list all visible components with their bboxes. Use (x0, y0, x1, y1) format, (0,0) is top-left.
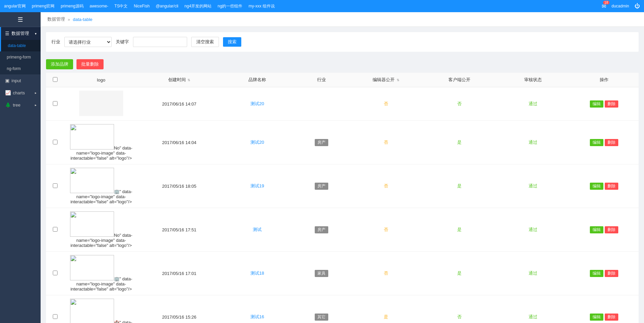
nav-link-nicefish[interactable]: NiceFish (134, 4, 150, 8)
edit-button[interactable]: 编辑 (590, 270, 603, 277)
row-checkbox-1[interactable] (53, 101, 58, 106)
delete-button[interactable]: 删除 (605, 270, 618, 277)
th-editor-public[interactable]: 编辑器公开 ⇅ (349, 73, 423, 87)
brand-link[interactable]: 测试 (253, 227, 262, 232)
th-industry: 行业 (294, 73, 349, 87)
keyword-input[interactable] (133, 37, 187, 47)
row-check-cell (46, 121, 64, 164)
delete-button[interactable]: 删除 (605, 314, 618, 321)
row-editor-public: 否 (349, 208, 423, 252)
row-industry (294, 87, 349, 121)
row-action: 编辑 删除 (570, 121, 639, 164)
th-create-time-label: 创建时间 (168, 77, 186, 82)
sidebar-toggle[interactable]: ☰ (0, 12, 41, 27)
nav-link-ts[interactable]: TS中文 (114, 3, 128, 9)
search-button[interactable]: 搜索 (223, 37, 241, 47)
action-bar: 添加品牌 批量删除 (46, 56, 639, 73)
row-industry: 房产 (294, 121, 349, 164)
chevron-right-icon-charts: ▸ (35, 91, 37, 95)
row-audit-status: 通过 (496, 295, 570, 323)
row-audit-status: 通过 (496, 121, 570, 164)
nav-link-angular[interactable]: angular官网 (4, 3, 26, 9)
nav-link-awesome[interactable]: awesome- (90, 4, 108, 8)
table-row: No" data-name="logo-image" data-interact… (46, 121, 639, 164)
brand-link[interactable]: 测试20 (250, 101, 264, 106)
row-client-public: 是 (423, 164, 496, 208)
table-row: 2017/06/16 14:07测试20否否通过 编辑 删除 (46, 87, 639, 121)
industry-select[interactable]: 请选择行业 房产 家具 其它 建材 (64, 37, 112, 47)
data-table: logo 创建时间 ⇅ 品牌名称 行业 编辑器公开 ⇅ 客户端公开 (46, 73, 639, 323)
sidebar-item-tree[interactable]: 🌲 tree ▸ (0, 99, 41, 111)
industry-tag: 其它 (315, 314, 328, 321)
batch-delete-button[interactable]: 批量删除 (76, 59, 104, 69)
th-audit-status: 审核状态 (496, 73, 570, 87)
edit-button[interactable]: 编辑 (590, 226, 603, 233)
row-checkbox-5[interactable] (53, 271, 58, 275)
delete-button[interactable]: 删除 (605, 100, 618, 108)
sort-icon-time: ⇅ (187, 78, 190, 82)
row-action: 编辑 删除 (570, 208, 639, 252)
clear-search-button[interactable]: 清空搜索 (191, 37, 219, 47)
brand-link[interactable]: 测试16 (250, 314, 264, 319)
row-checkbox-3[interactable] (53, 183, 58, 188)
sidebar-item-data-mgmt[interactable]: ☰ 数据管理 ▾ (0, 27, 41, 40)
sidebar-item-input[interactable]: ▣ input (0, 74, 41, 87)
edit-button[interactable]: 编辑 (590, 100, 603, 108)
table-header-row: logo 创建时间 ⇅ 品牌名称 行业 编辑器公开 ⇅ 客户端公开 (46, 73, 639, 87)
brand-link[interactable]: 测试19 (250, 183, 264, 188)
logout-icon[interactable]: ⏻ (635, 3, 640, 9)
edit-button[interactable]: 编辑 (590, 183, 603, 190)
industry-tag: 家具 (315, 270, 328, 277)
table-row: 🏢" data-name="logo-image" data-interacta… (46, 252, 639, 295)
brand-link[interactable]: 测试20 (250, 140, 264, 145)
top-nav-right: ✉ 18 ducadmin ⏻ (602, 3, 640, 9)
sidebar-item-charts[interactable]: 📈 charts ▸ (0, 87, 41, 99)
nav-link-primeng[interactable]: primeng官网 (32, 3, 54, 9)
row-brand-name: 测试20 (221, 121, 294, 164)
row-action: 编辑 删除 (570, 164, 639, 208)
edit-button[interactable]: 编辑 (590, 139, 603, 146)
add-brand-button[interactable]: 添加品牌 (46, 59, 73, 69)
row-brand-name: 测试20 (221, 87, 294, 121)
mail-badge-wrap[interactable]: ✉ 18 (602, 3, 606, 9)
nav-link-ng4[interactable]: ng4开发的网站 (184, 3, 212, 9)
row-checkbox-6[interactable] (53, 314, 58, 319)
sidebar-item-label-charts: charts (13, 90, 25, 95)
row-action: 编辑 删除 (570, 87, 639, 121)
delete-button[interactable]: 删除 (605, 139, 618, 146)
logo-placeholder (79, 91, 123, 116)
nav-link-my-xxx[interactable]: my-xxx 组件说 (248, 3, 274, 9)
sidebar-item-label-tree: tree (13, 102, 20, 108)
row-logo-cell: 🏢" data-name="logo-image" data-interacta… (64, 164, 138, 208)
sidebar-subitem-primeng-form[interactable]: primeng-form (0, 51, 41, 63)
input-icon: ▣ (5, 78, 9, 83)
delete-button[interactable]: 删除 (605, 226, 618, 233)
row-create-time: 2017/06/16 14:04 (138, 121, 220, 164)
th-create-time[interactable]: 创建时间 ⇅ (138, 73, 220, 87)
nav-link-primeng-src[interactable]: primeng源码 (61, 3, 83, 9)
breadcrumb-parent: 数据管理 (47, 16, 65, 22)
row-checkbox-2[interactable] (53, 140, 58, 144)
delete-button[interactable]: 删除 (605, 183, 618, 190)
sidebar-subitem-data-table[interactable]: data-table (0, 40, 41, 51)
row-client-public: 是 (423, 252, 496, 295)
data-table-wrap: logo 创建时间 ⇅ 品牌名称 行业 编辑器公开 ⇅ 客户端公开 (46, 73, 639, 323)
sidebar-subitem-ng-form[interactable]: ng-form (0, 63, 41, 74)
th-check (46, 73, 64, 87)
layout: ☰ ☰ 数据管理 ▾ data-table primeng-form ng-fo… (0, 12, 644, 323)
row-checkbox-4[interactable] (53, 227, 58, 232)
breadcrumb: 数据管理 » data-table (41, 12, 644, 27)
table-row: No" data-name="logo-image" data-interact… (46, 208, 639, 252)
edit-button[interactable]: 编辑 (590, 314, 603, 321)
row-logo-cell: No" data-name="logo-image" data-interact… (64, 208, 138, 252)
charts-icon: 📈 (5, 90, 11, 95)
th-client-public: 客户端公开 (423, 73, 496, 87)
row-logo-cell: 🏢" data-name="logo-image" data-interacta… (64, 252, 138, 295)
username-label: ducadmin (612, 4, 629, 8)
brand-link[interactable]: 测试18 (250, 271, 264, 276)
mail-badge: 18 (603, 1, 609, 4)
table-row: 🏢" data-name="logo-image" data-interacta… (46, 164, 639, 208)
nav-link-angular-cli[interactable]: @angular/cli (156, 4, 178, 8)
nav-link-ng-comp[interactable]: ng的一些组件 (218, 3, 242, 9)
select-all-checkbox[interactable] (53, 77, 58, 82)
